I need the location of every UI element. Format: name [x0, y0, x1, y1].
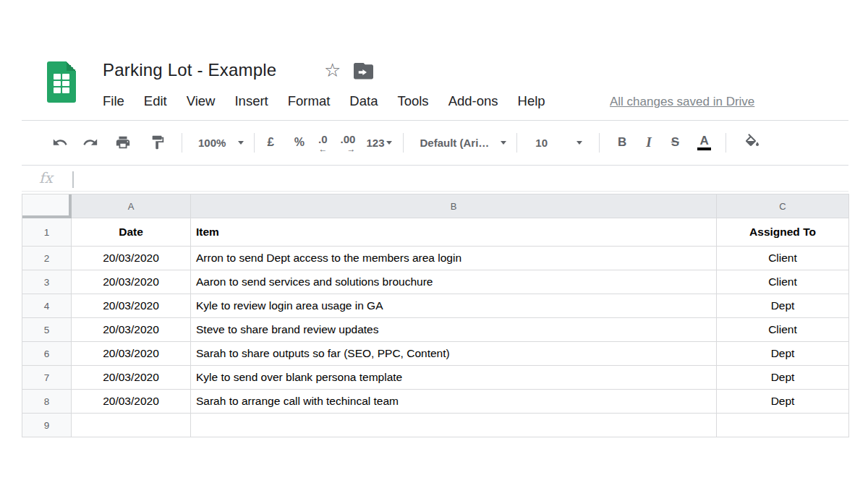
row-number-6[interactable]: 6 — [22, 342, 72, 366]
cell-A9[interactable] — [72, 414, 191, 437]
menu-bar: File Edit View Insert Format Data Tools … — [103, 91, 545, 111]
cell-C2[interactable]: Client — [717, 247, 849, 270]
more-formats-button[interactable]: 123 — [366, 137, 392, 149]
row-number-5[interactable]: 5 — [22, 318, 72, 342]
cell-C9[interactable] — [717, 414, 849, 437]
cell-A3[interactable]: 20/03/2020 — [72, 270, 191, 294]
column-header-C[interactable]: C — [717, 194, 849, 218]
row-number-2[interactable]: 2 — [22, 247, 72, 270]
cell-A1[interactable]: Date — [72, 218, 191, 247]
select-all-corner[interactable] — [22, 194, 72, 218]
increase-decimal-button[interactable]: .00 → — [341, 133, 356, 152]
cell-C7[interactable]: Dept — [717, 366, 849, 390]
cell-A2[interactable]: 20/03/2020 — [72, 247, 191, 270]
cell-B7[interactable]: Kyle to send over blank persona template — [191, 366, 717, 390]
cell-B9[interactable] — [191, 414, 717, 437]
move-to-folder-icon[interactable] — [354, 63, 373, 80]
fill-color-button[interactable] — [744, 134, 761, 151]
cell-B5[interactable]: Steve to share brand review updates — [191, 318, 717, 342]
cell-C5[interactable]: Client — [717, 318, 849, 342]
row-number-7[interactable]: 7 — [22, 366, 72, 390]
row-number-3[interactable]: 3 — [22, 270, 72, 294]
sheets-logo-icon — [47, 61, 76, 103]
arrow-right-icon: → — [346, 146, 355, 152]
menu-item-addons[interactable]: Add-ons — [448, 91, 498, 111]
document-title[interactable]: Parking Lot - Example — [103, 59, 276, 81]
divider — [726, 133, 726, 153]
row-number-1[interactable]: 1 — [22, 218, 72, 247]
cell-C3[interactable]: Client — [717, 270, 849, 294]
star-icon[interactable]: ☆ — [324, 60, 341, 80]
font-size-select[interactable]: 10 — [535, 137, 582, 149]
spreadsheet-grid: A B C 1 Date Item Assigned To 220/03/202… — [22, 194, 849, 437]
italic-button[interactable]: I — [646, 134, 651, 150]
font-family-select[interactable]: Default (Ari… — [420, 137, 506, 149]
font-family-value: Default (Ari… — [420, 137, 489, 149]
chevron-down-icon — [501, 141, 506, 145]
chevron-down-icon — [386, 141, 392, 145]
zoom-value: 100% — [198, 137, 226, 149]
cell-B6[interactable]: Sarah to share outputs so far (SEO, PPC,… — [191, 342, 717, 366]
menu-item-file[interactable]: File — [103, 91, 124, 111]
divider — [516, 133, 517, 153]
zoom-select[interactable]: 100% — [198, 137, 244, 149]
undo-button[interactable] — [52, 134, 68, 150]
cell-A7[interactable]: 20/03/2020 — [72, 366, 191, 390]
format-percent-button[interactable]: % — [294, 136, 305, 149]
print-button[interactable] — [115, 134, 131, 150]
cell-A6[interactable]: 20/03/2020 — [72, 342, 191, 366]
cell-A4[interactable]: 20/03/2020 — [72, 294, 191, 318]
arrow-left-icon: ← — [319, 146, 328, 152]
menu-item-format[interactable]: Format — [288, 91, 331, 111]
cell-C1[interactable]: Assigned To — [717, 218, 849, 247]
row-number-4[interactable]: 4 — [22, 294, 72, 318]
cell-B4[interactable]: Kyle to review login area usage in GA — [191, 294, 717, 318]
cell-C4[interactable]: Dept — [717, 294, 849, 318]
strikethrough-button[interactable]: S — [671, 135, 679, 150]
bold-button[interactable]: B — [618, 135, 626, 150]
color-swatch — [697, 147, 711, 150]
decrease-decimal-button[interactable]: .0 ← — [318, 133, 328, 152]
divider — [599, 133, 600, 153]
menu-item-edit[interactable]: Edit — [144, 91, 167, 111]
divider — [403, 133, 404, 153]
menu-item-insert[interactable]: Insert — [234, 91, 268, 111]
divider — [254, 133, 255, 153]
cell-B8[interactable]: Sarah to arrange call with techincal tea… — [191, 390, 717, 414]
chevron-down-icon — [238, 141, 244, 145]
divider — [22, 191, 848, 192]
formula-input-caret — [72, 171, 74, 188]
divider — [22, 165, 848, 166]
menu-item-tools[interactable]: Tools — [397, 91, 428, 111]
chevron-down-icon — [576, 141, 582, 145]
column-header-A[interactable]: A — [72, 194, 191, 218]
text-color-button[interactable]: A — [697, 134, 711, 150]
fx-label: fx — [39, 169, 53, 187]
menu-item-help[interactable]: Help — [518, 91, 545, 111]
paint-format-button[interactable] — [150, 134, 166, 150]
cell-C8[interactable]: Dept — [717, 390, 849, 414]
format-currency-button[interactable]: £ — [267, 135, 273, 150]
formula-input[interactable] — [80, 168, 848, 189]
row-number-8[interactable]: 8 — [22, 390, 72, 414]
font-size-value: 10 — [535, 137, 548, 149]
menu-item-view[interactable]: View — [187, 91, 216, 111]
cell-C6[interactable]: Dept — [717, 342, 849, 366]
divider — [182, 133, 182, 153]
redo-button[interactable] — [82, 134, 98, 150]
menu-item-data[interactable]: Data — [349, 91, 378, 111]
cell-B3[interactable]: Aaron to send services and solutions bro… — [191, 270, 717, 294]
toolbar: 100% £ % .0 ← .00 → 123 Default (Ari… 10… — [22, 121, 861, 164]
cell-B2[interactable]: Arron to send Dept access to the members… — [191, 247, 717, 270]
row-number-9[interactable]: 9 — [22, 414, 72, 437]
cell-A5[interactable]: 20/03/2020 — [72, 318, 191, 342]
google-sheets-app: Parking Lot - Example ☆ File Edit View I… — [0, 0, 868, 488]
column-header-B[interactable]: B — [191, 194, 717, 218]
cell-A8[interactable]: 20/03/2020 — [72, 390, 191, 414]
save-status-link[interactable]: All changes saved in Drive — [610, 93, 754, 111]
cell-B1[interactable]: Item — [191, 218, 717, 247]
